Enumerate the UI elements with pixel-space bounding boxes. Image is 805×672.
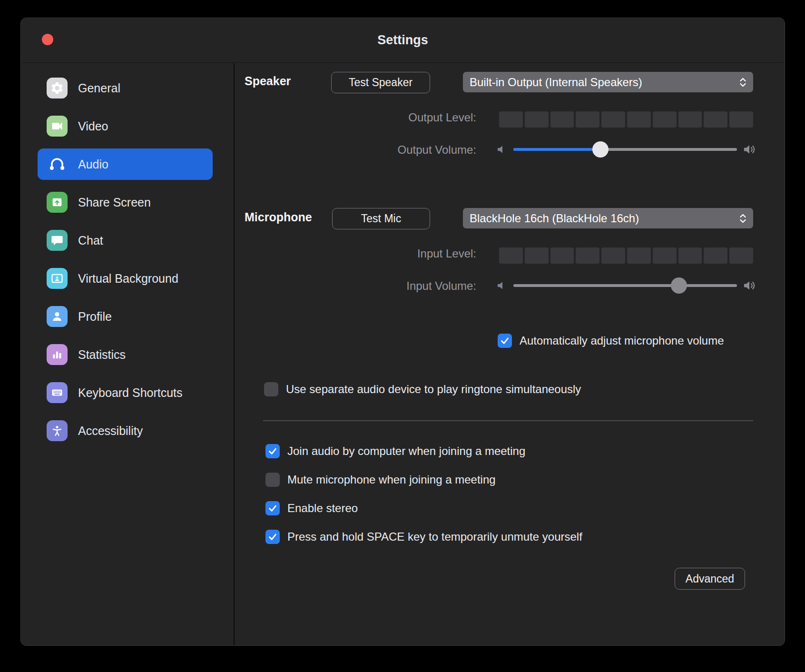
sidebar-item-audio[interactable]: Audio <box>21 145 234 183</box>
speaker-device-dropdown[interactable]: Built-in Output (Internal Speakers) <box>463 72 753 92</box>
input-volume-track[interactable] <box>513 284 737 287</box>
checkmark-icon <box>267 503 278 514</box>
input-volume-fill <box>513 284 679 287</box>
level-meter-segment <box>704 111 727 128</box>
volume-low-icon <box>496 144 508 155</box>
speaker-section-label: Speaker <box>245 74 291 88</box>
volume-low-icon <box>496 280 508 291</box>
join-audio-label: Join audio by computer when joining a me… <box>287 445 525 458</box>
level-meter-segment <box>678 111 702 128</box>
join-audio-option-row: Join audio by computer when joining a me… <box>265 444 525 458</box>
gear-icon <box>47 78 68 99</box>
level-meter-segment <box>525 247 549 264</box>
ringtone-option-row: Use separate audio device to play ringto… <box>264 382 581 396</box>
sidebar-item-keyboard-shortcuts[interactable]: Keyboard Shortcuts <box>21 374 234 412</box>
stepper-chevrons-icon <box>739 77 746 88</box>
output-volume-track[interactable] <box>513 148 737 151</box>
level-meter-segment <box>627 247 651 264</box>
level-meter-segment <box>499 247 523 264</box>
level-meter-segment <box>729 111 753 128</box>
enable-stereo-checkbox[interactable] <box>265 501 280 515</box>
output-volume-thumb[interactable] <box>592 141 609 158</box>
mute-mic-checkbox[interactable] <box>265 473 280 487</box>
headphones-icon <box>47 154 68 175</box>
section-divider <box>263 420 753 421</box>
share-screen-icon <box>47 192 68 213</box>
microphone-device-value: BlackHole 16ch (BlackHole 16ch) <box>470 212 739 225</box>
output-volume-fill <box>513 148 600 151</box>
sidebar-item-label: Accessibility <box>78 424 143 438</box>
output-level-meter <box>499 111 753 128</box>
title-bar: Settings <box>21 18 785 63</box>
sidebar-item-accessibility[interactable]: Accessibility <box>21 412 234 450</box>
sidebar-item-virtual-background[interactable]: Virtual Background <box>21 259 234 297</box>
sidebar-item-label: Statistics <box>78 348 126 362</box>
volume-high-icon <box>743 143 756 156</box>
enable-stereo-option-row: Enable stereo <box>265 501 358 515</box>
checkmark-icon <box>267 446 278 456</box>
level-meter-segment <box>601 111 625 128</box>
auto-adjust-mic-row: Automatically adjust microphone volume <box>498 334 724 348</box>
stepper-chevrons-icon <box>739 213 746 224</box>
close-button[interactable] <box>42 34 53 45</box>
space-unmute-option-row: Press and hold SPACE key to temporarily … <box>265 530 582 544</box>
level-meter-segment <box>729 247 753 264</box>
sidebar-item-label: Profile <box>78 310 112 324</box>
audio-settings-panel: Speaker Test Speaker Built-in Output (In… <box>236 63 785 645</box>
space-unmute-label: Press and hold SPACE key to temporarily … <box>287 530 582 544</box>
sidebar-item-video[interactable]: Video <box>21 107 234 145</box>
sidebar-item-label: Share Screen <box>78 196 151 209</box>
space-unmute-checkbox[interactable] <box>265 530 280 544</box>
level-meter-segment <box>550 247 574 264</box>
join-audio-checkbox[interactable] <box>265 444 280 458</box>
input-volume-thumb[interactable] <box>671 277 687 294</box>
input-level-meter <box>499 247 753 264</box>
sidebar-item-label: Keyboard Shortcuts <box>78 386 183 400</box>
auto-adjust-mic-checkbox[interactable] <box>498 334 512 348</box>
level-meter-segment <box>576 247 599 264</box>
person-icon <box>47 306 68 327</box>
test-speaker-button[interactable]: Test Speaker <box>331 72 430 93</box>
sidebar-item-share-screen[interactable]: Share Screen <box>21 183 234 221</box>
level-meter-segment <box>525 111 549 128</box>
sidebar: General Video Audio Share Screen <box>21 63 235 645</box>
output-level-label: Output Level: <box>305 111 476 124</box>
level-meter-segment <box>550 111 574 128</box>
chat-bubble-icon <box>47 230 68 251</box>
output-volume-slider[interactable] <box>496 141 756 158</box>
level-meter-segment <box>499 111 523 128</box>
speaker-device-value: Built-in Output (Internal Speakers) <box>470 76 739 89</box>
auto-adjust-mic-label: Automatically adjust microphone volume <box>520 334 724 347</box>
level-meter-segment <box>678 247 702 264</box>
ringtone-checkbox[interactable] <box>264 382 278 396</box>
sidebar-item-label: Video <box>78 119 108 133</box>
sidebar-item-statistics[interactable]: Statistics <box>21 336 234 374</box>
level-meter-segment <box>576 111 599 128</box>
sidebar-item-label: Audio <box>78 158 108 171</box>
enable-stereo-label: Enable stereo <box>287 502 358 515</box>
checkmark-icon <box>500 336 510 346</box>
input-volume-label: Input Volume: <box>305 279 476 293</box>
level-meter-segment <box>601 247 625 264</box>
sidebar-item-profile[interactable]: Profile <box>21 297 234 336</box>
output-volume-label: Output Volume: <box>305 143 476 157</box>
keyboard-icon <box>47 382 68 403</box>
sidebar-item-chat[interactable]: Chat <box>21 221 234 259</box>
sidebar-item-label: Chat <box>78 234 103 247</box>
ringtone-label: Use separate audio device to play ringto… <box>286 383 581 396</box>
sidebar-item-general[interactable]: General <box>21 69 234 107</box>
sidebar-item-label: Virtual Background <box>78 272 178 286</box>
virtual-background-icon <box>47 268 68 289</box>
settings-window: Settings General Video Audio <box>20 18 785 646</box>
sidebar-item-label: General <box>78 81 120 95</box>
video-camera-icon <box>47 116 68 137</box>
input-level-label: Input Level: <box>305 247 476 260</box>
bar-chart-icon <box>47 344 68 365</box>
microphone-device-dropdown[interactable]: BlackHole 16ch (BlackHole 16ch) <box>463 208 753 228</box>
input-volume-slider[interactable] <box>496 277 756 294</box>
test-mic-button[interactable]: Test Mic <box>332 208 430 229</box>
level-meter-segment <box>653 247 677 264</box>
mute-mic-option-row: Mute microphone when joining a meeting <box>265 473 496 487</box>
window-title: Settings <box>377 33 428 48</box>
advanced-button[interactable]: Advanced <box>675 568 745 590</box>
